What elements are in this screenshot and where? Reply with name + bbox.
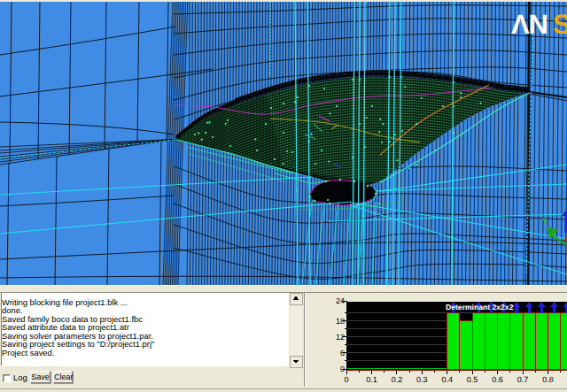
svg-text:0.4: 0.4 <box>441 375 453 384</box>
svg-text:0.6: 0.6 <box>492 375 503 384</box>
svg-text:ΛN: ΛN <box>511 9 548 40</box>
svg-text:0.7: 0.7 <box>517 375 529 384</box>
svg-text:Determinant 2x2x2: Determinant 2x2x2 <box>446 303 514 311</box>
svg-text:Y: Y <box>542 217 548 225</box>
svg-text:0: 0 <box>344 375 348 384</box>
svg-text:0.3: 0.3 <box>416 375 428 384</box>
svg-text:0.1: 0.1 <box>366 375 377 384</box>
svg-text:0.2: 0.2 <box>392 375 403 384</box>
svg-text:0.5: 0.5 <box>467 375 478 384</box>
svg-text:0.8: 0.8 <box>542 375 554 384</box>
svg-text:S: S <box>553 9 567 40</box>
